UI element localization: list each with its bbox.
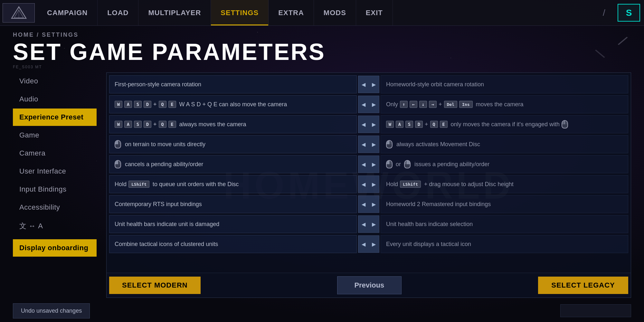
setting-left-input-bindings: Contemporary RTS input bindings (109, 195, 357, 213)
setting-row-health-bars: Unit health bars indicate unit is damage… (109, 215, 628, 233)
page-title: SET GAME PARAMETERS (13, 40, 631, 63)
main-content: Video Audio Experience Preset Game Camer… (0, 72, 644, 298)
nav-item-load[interactable]: Load (98, 0, 138, 25)
setting-right-cancel-ability: or issues a pending ability/order (381, 155, 628, 173)
sidebar-item-user-interface[interactable]: User Interface (13, 163, 97, 180)
key-d: D (144, 101, 151, 108)
arrow-left-camera-move[interactable]: ◀ (358, 96, 369, 113)
key-q: Q (159, 101, 166, 108)
setting-row-terrain-move: on terrain to move units directly ◀ ▶ al… (109, 135, 628, 153)
nav-bar: Campaign Load Multiplayer Settings Extra… (0, 0, 644, 26)
logo[interactable] (3, 3, 35, 23)
arrow-left-camera-rotation[interactable]: ◀ (358, 76, 369, 93)
nav-item-settings[interactable]: Settings (211, 0, 269, 25)
page-header: HOME / SETTINGS SET GAME PARAMETERS FE_S… (0, 26, 644, 72)
arrow-right-queue-orders[interactable]: ▶ (369, 176, 379, 193)
select-legacy-button[interactable]: Select Legacy (538, 277, 628, 294)
setting-row-input-bindings: Contemporary RTS input bindings ◀ ▶ Home… (109, 195, 628, 213)
mouse-icon-right5b (404, 160, 411, 168)
setting-left-terrain-move: on terrain to move units directly (109, 135, 357, 153)
nav-items: Campaign Load Multiplayer Settings Extra… (37, 0, 594, 25)
select-modern-button[interactable]: Select Modern (109, 277, 201, 294)
key-s: S (134, 101, 142, 108)
nav-corner-deco: / (594, 8, 614, 18)
setting-row-camera-always: W A S D + Q E always moves the camera ◀ … (109, 115, 628, 133)
arrow-right-terrain-move[interactable]: ▶ (369, 136, 379, 153)
nav-arrows-tactical-icons[interactable]: ◀ ▶ (358, 235, 379, 253)
setting-right-camera-rotation: Homeworld-style orbit camera rotation (381, 75, 628, 93)
mouse-icon-right4 (386, 140, 393, 148)
sidebar-item-audio[interactable]: Audio (13, 90, 97, 108)
arrow-left-input-bindings[interactable]: ◀ (358, 196, 369, 213)
sidebar-item-video[interactable]: Video (13, 72, 97, 90)
arrow-right-cancel-ability[interactable]: ▶ (369, 156, 379, 173)
nav-item-extra[interactable]: Extra (269, 0, 314, 25)
key-e2: E (168, 121, 176, 128)
nav-arrows-camera-always[interactable]: ◀ ▶ (358, 116, 379, 133)
setting-right-input-bindings: Homeworld 2 Remastered input bindings (381, 195, 628, 213)
sidebar-item-game[interactable]: Game (13, 127, 97, 144)
setting-row-tactical-icons: Combine tactical icons of clustered unit… (109, 235, 628, 253)
setting-right-queue-orders: Hold LShift + drag mouse to adjust Disc … (381, 175, 628, 193)
nav-item-exit[interactable]: Exit (356, 0, 393, 25)
nav-arrows-queue-orders[interactable]: ◀ ▶ (358, 175, 379, 193)
nav-arrows-cancel-ability[interactable]: ◀ ▶ (358, 156, 379, 173)
nav-arrows-terrain-move[interactable]: ◀ ▶ (358, 136, 379, 153)
key-q3: Q (430, 121, 438, 128)
previous-button[interactable]: Previous (337, 276, 402, 294)
sidebar-item-display-onboarding[interactable]: Display onboarding (13, 239, 97, 257)
key-down: ↓ (419, 101, 427, 108)
setting-row-camera-move: W A S D + Q E W A S D + Q E can also mov… (109, 95, 628, 113)
nav-arrows-input-bindings[interactable]: ◀ ▶ (358, 195, 379, 213)
setting-left-cancel-ability: cancels a pending ability/order (109, 155, 357, 173)
arrow-right-camera-always[interactable]: ▶ (369, 116, 379, 133)
nav-arrows-camera-move[interactable]: ◀ ▶ (358, 96, 379, 113)
settings-panel: First-person-style camera rotation ◀ ▶ H… (106, 72, 631, 298)
key-s3: S (405, 121, 413, 128)
key-w: W (115, 101, 122, 108)
key-s2: S (134, 121, 142, 128)
footer: Undo unsaved changes (0, 298, 644, 322)
setting-left-health-bars: Unit health bars indicate unit is damage… (109, 215, 357, 233)
key-e3: E (440, 121, 448, 128)
arrow-left-health-bars[interactable]: ◀ (358, 216, 369, 232)
arrow-right-camera-rotation[interactable]: ▶ (369, 76, 379, 93)
arrow-right-tactical-icons[interactable]: ▶ (369, 236, 379, 252)
setting-right-terrain-move: always activates Movement Disc (381, 135, 628, 153)
setting-left-queue-orders: Hold LShift to queue unit orders with th… (109, 175, 357, 193)
sidebar-item-language[interactable]: 文 ↔ A (13, 217, 97, 235)
key-a: A (124, 101, 132, 108)
key-right: → (429, 101, 437, 108)
arrow-right-input-bindings[interactable]: ▶ (369, 196, 379, 213)
setting-right-camera-move: Only ↑ ← ↓ → + Del Ins moves the camera (381, 95, 628, 113)
nav-item-campaign[interactable]: Campaign (37, 0, 98, 25)
settings-rows: First-person-style camera rotation ◀ ▶ H… (107, 73, 631, 273)
nav-item-multiplayer[interactable]: Multiplayer (138, 0, 211, 25)
mouse-icon-left4 (115, 140, 121, 148)
arrow-left-tactical-icons[interactable]: ◀ (358, 236, 369, 252)
sidebar-item-experience-preset[interactable]: Experience Preset (13, 109, 97, 126)
arrow-left-cancel-ability[interactable]: ◀ (358, 156, 369, 173)
key-up: ↑ (400, 101, 408, 108)
sidebar-item-camera[interactable]: Camera (13, 145, 97, 162)
nav-badge: S (618, 4, 640, 22)
setting-left-tactical-icons: Combine tactical icons of clustered unit… (109, 235, 357, 253)
sidebar-item-accessibility[interactable]: Accessibility (13, 199, 97, 216)
arrow-right-camera-move[interactable]: ▶ (369, 96, 379, 113)
key-ins: Ins (459, 101, 472, 108)
nav-item-mods[interactable]: Mods (314, 0, 356, 25)
arrow-left-camera-always[interactable]: ◀ (358, 116, 369, 133)
key-d2: D (144, 121, 151, 128)
breadcrumb: HOME / SETTINGS (13, 32, 631, 38)
setting-left-camera-always: W A S D + Q E always moves the camera (109, 115, 357, 133)
undo-unsaved-changes-button[interactable]: Undo unsaved changes (13, 303, 90, 318)
key-w2: W (115, 121, 122, 128)
nav-arrows-camera-rotation[interactable]: ◀ ▶ (358, 76, 379, 93)
setting-row-queue-orders: Hold LShift to queue unit orders with th… (109, 175, 628, 193)
sidebar-item-input-bindings[interactable]: Input Bindings (13, 181, 97, 198)
arrow-left-terrain-move[interactable]: ◀ (358, 136, 369, 153)
mouse-icon-right5a (386, 160, 393, 168)
arrow-right-health-bars[interactable]: ▶ (369, 216, 379, 232)
nav-arrows-health-bars[interactable]: ◀ ▶ (358, 215, 379, 233)
arrow-left-queue-orders[interactable]: ◀ (358, 176, 369, 193)
